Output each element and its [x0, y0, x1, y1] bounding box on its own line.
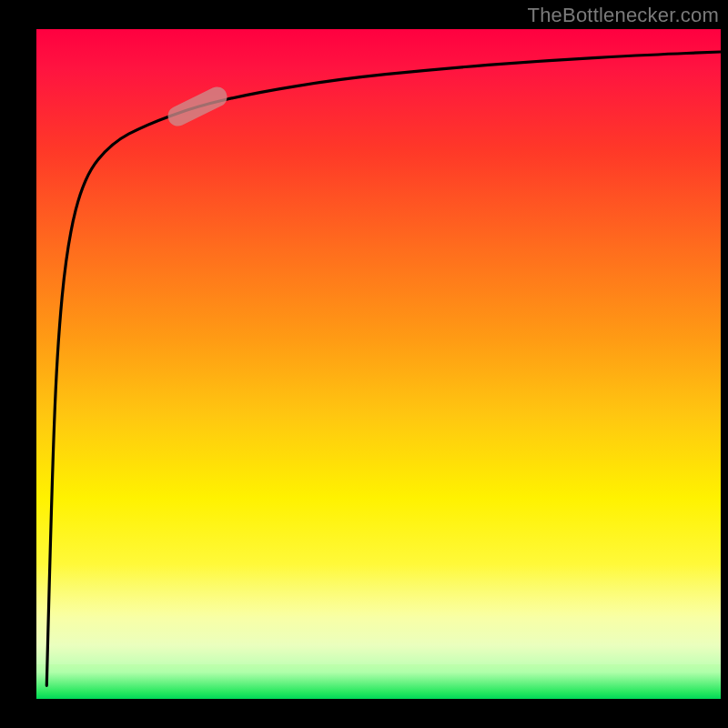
watermark-text: TheBottlenecker.com	[528, 4, 719, 27]
chart-canvas: TheBottlenecker.com	[0, 0, 728, 728]
plot-area	[36, 29, 721, 699]
bottleneck-curve	[36, 29, 721, 699]
